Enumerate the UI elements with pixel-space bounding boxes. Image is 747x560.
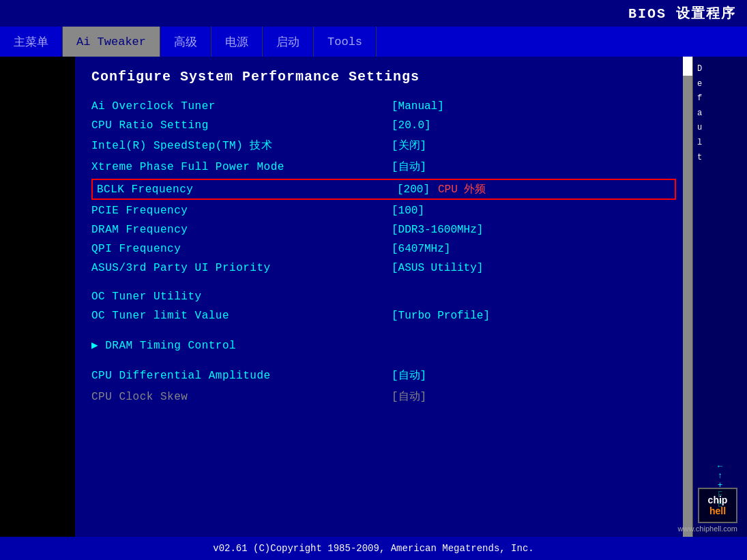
setting-row-dram-timing[interactable]: ▶ DRAM Timing Control	[91, 335, 676, 355]
spacer-2	[91, 325, 676, 335]
title-bar: BIOS 设置程序	[0, 0, 747, 27]
setting-name: Intel(R) SpeedStep(TM) 技术	[91, 138, 392, 153]
setting-value: [Turbo Profile]	[392, 310, 490, 322]
setting-value: [Manual]	[392, 100, 444, 113]
setting-value: [DDR3-1600MHz]	[392, 224, 483, 236]
setting-row-cpu-ratio[interactable]: CPU Ratio Setting [20.0]	[91, 116, 676, 135]
section-label-dram-timing: ▶ DRAM Timing Control	[91, 338, 392, 352]
bclk-note: CPU 外频	[438, 182, 486, 196]
nav-menu-bar: 主菜单 Ai Tweaker 高级 电源 启动 Tools	[0, 27, 747, 57]
setting-row-dram-freq[interactable]: DRAM Frequency [DDR3-1600MHz]	[91, 220, 676, 239]
setting-row-speedstep[interactable]: Intel(R) SpeedStep(TM) 技术 [关闭]	[91, 135, 676, 156]
status-bar: v02.61 (C)Copyright 1985-2009, American …	[0, 537, 747, 560]
setting-value: [20.0]	[392, 119, 431, 132]
setting-row-asus-priority[interactable]: ASUS/3rd Party UI Priority [ASUS Utility…	[91, 259, 676, 278]
setting-name: DRAM Frequency	[91, 224, 392, 236]
setting-name: Ai Overclock Tuner	[91, 100, 392, 113]
setting-name-bclk: BCLK Frequency	[97, 183, 397, 196]
setting-row-pcie[interactable]: PCIE Frequency [100]	[91, 201, 676, 220]
setting-name: QPI Frequency	[91, 243, 392, 255]
right-sidebar-panel: D e f a u l t ← ↑ + F E	[692, 57, 747, 537]
setting-value: [自动]	[392, 368, 426, 383]
tab-boot[interactable]: 启动	[263, 27, 314, 57]
setting-name: CPU Clock Skew	[91, 391, 392, 403]
setting-row-ai-overclock[interactable]: Ai Overclock Tuner [Manual]	[91, 97, 676, 116]
setting-row-oc-tuner[interactable]: OC Tuner Utility	[91, 287, 676, 306]
tab-main-menu[interactable]: 主菜单	[0, 27, 63, 57]
scrollbar-track[interactable]	[683, 57, 692, 537]
watermark-area: chip hell www.chiphell.com	[678, 488, 737, 533]
setting-row-bclk-frequency[interactable]: BCLK Frequency [200] CPU 外频	[91, 179, 676, 200]
setting-row-oc-limit[interactable]: OC Tuner limit Value [Turbo Profile]	[91, 306, 676, 325]
setting-value: [自动]	[392, 160, 426, 174]
setting-value: [关闭]	[392, 138, 426, 153]
scrollbar-thumb	[683, 57, 692, 76]
setting-name: ASUS/3rd Party UI Priority	[91, 262, 392, 274]
setting-value: [自动]	[392, 389, 426, 404]
page-title: Configure System Performance Settings	[91, 69, 676, 85]
center-content: Configure System Performance Settings Ai…	[75, 57, 692, 537]
tab-power[interactable]: 电源	[211, 27, 263, 57]
logo-box: chip hell	[698, 488, 737, 523]
bios-screen: BIOS 设置程序 主菜单 Ai Tweaker 高级 电源 启动 Tools	[0, 0, 747, 560]
setting-row-cpu-diff-amp[interactable]: CPU Differential Amplitude [自动]	[91, 365, 676, 386]
settings-list: Ai Overclock Tuner [Manual] CPU Ratio Se…	[91, 97, 676, 407]
setting-value-bclk: [200]	[397, 183, 430, 196]
setting-value: [100]	[392, 205, 424, 217]
setting-row-xtreme-phase[interactable]: Xtreme Phase Full Power Mode [自动]	[91, 156, 676, 177]
setting-name: OC Tuner Utility	[91, 291, 392, 303]
setting-row-qpi[interactable]: QPI Frequency [6407MHz]	[91, 239, 676, 259]
status-text: v02.61 (C)Copyright 1985-2009, American …	[213, 543, 533, 554]
tab-advanced[interactable]: 高级	[160, 27, 211, 57]
tab-tools[interactable]: Tools	[314, 27, 377, 57]
spacer-3	[91, 355, 676, 365]
setting-row-cpu-clock-skew[interactable]: CPU Clock Skew [自动]	[91, 386, 676, 407]
setting-name: Xtreme Phase Full Power Mode	[91, 161, 392, 173]
setting-name: CPU Differential Amplitude	[91, 370, 392, 382]
logo-chip: chip	[708, 495, 728, 505]
body-area: Configure System Performance Settings Ai…	[0, 57, 747, 537]
setting-name: CPU Ratio Setting	[91, 119, 392, 132]
tab-ai-tweaker[interactable]: Ai Tweaker	[63, 27, 160, 57]
bios-title: BIOS 设置程序	[628, 6, 736, 22]
setting-value: [6407MHz]	[392, 243, 450, 255]
watermark-url: www.chiphell.com	[678, 525, 737, 533]
logo-hell: hell	[709, 505, 726, 516]
spacer-1	[91, 278, 676, 287]
setting-name: OC Tuner limit Value	[91, 310, 392, 322]
setting-value: [ASUS Utility]	[392, 262, 483, 274]
right-panel-text: D e f a u l t	[697, 62, 743, 165]
setting-name: PCIE Frequency	[91, 205, 392, 217]
left-strip	[0, 57, 75, 537]
